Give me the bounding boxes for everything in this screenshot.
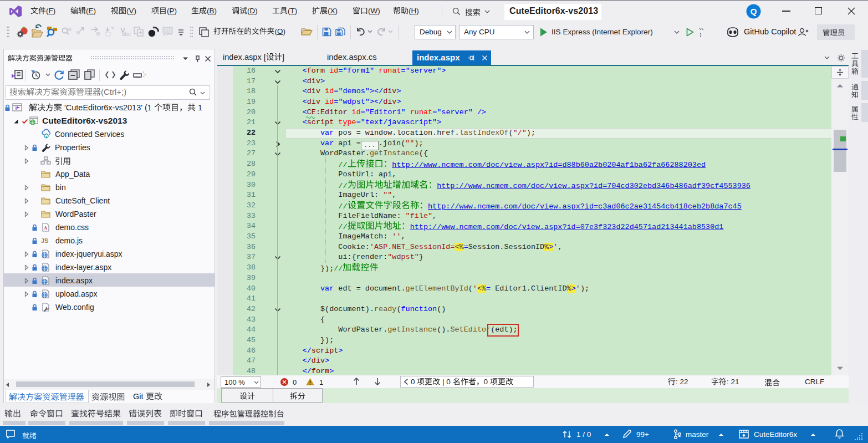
svg-text:abc: abc [122, 31, 131, 37]
svg-text:Q: Q [750, 7, 757, 16]
svg-text:A: A [43, 225, 47, 231]
